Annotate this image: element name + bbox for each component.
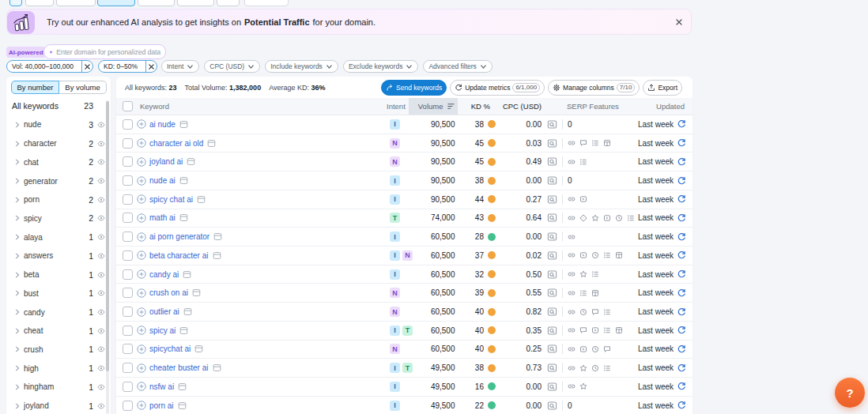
serp-snapshot-icon[interactable] (178, 382, 187, 391)
sidebar-group-item[interactable]: generator 2 (6, 171, 111, 190)
col-header-updated[interactable]: Updated (638, 102, 693, 111)
add-keyword-icon[interactable] (137, 344, 146, 354)
serp-snapshot-icon[interactable] (183, 307, 192, 316)
sidebar-group-item[interactable]: bust 1 (6, 284, 111, 303)
col-header-serp-features[interactable]: SERP Features (542, 102, 638, 111)
banner-close-icon[interactable] (675, 9, 683, 34)
eye-icon[interactable] (97, 214, 105, 222)
sidebar-group-item[interactable]: chat 2 (6, 152, 111, 171)
keyword-link[interactable]: joyland ai (149, 157, 183, 166)
manage-columns-button[interactable]: Manage columns 7/10 (548, 80, 640, 96)
row-refresh-icon[interactable] (677, 363, 686, 373)
row-refresh-icon[interactable] (677, 213, 686, 223)
serp-preview-icon[interactable] (547, 213, 557, 223)
row-refresh-icon[interactable] (677, 288, 686, 298)
serp-preview-icon[interactable] (547, 250, 557, 261)
row-refresh-icon[interactable] (677, 269, 686, 279)
serp-snapshot-icon[interactable] (179, 176, 188, 185)
keyword-link[interactable]: candy ai (149, 270, 179, 279)
add-keyword-icon[interactable] (137, 288, 146, 298)
serp-snapshot-icon[interactable] (213, 232, 222, 241)
keyword-link[interactable]: crush on ai (149, 288, 188, 297)
top-tab-stub-language[interactable] (244, 0, 289, 6)
row-checkbox[interactable] (123, 307, 133, 317)
add-keyword-icon[interactable] (137, 363, 146, 373)
row-checkbox[interactable] (123, 119, 133, 130)
serp-preview-icon[interactable] (547, 138, 557, 149)
row-refresh-icon[interactable] (677, 344, 686, 354)
add-keyword-icon[interactable] (137, 138, 146, 148)
serp-preview-icon[interactable] (547, 401, 557, 411)
filter-dropdown[interactable]: Intent (161, 60, 199, 73)
eye-icon[interactable] (97, 383, 105, 391)
row-checkbox[interactable] (123, 363, 133, 373)
serp-snapshot-icon[interactable] (213, 363, 221, 372)
row-checkbox[interactable] (123, 138, 133, 149)
keyword-link[interactable]: beta character ai (149, 251, 209, 260)
row-checkbox[interactable] (123, 156, 133, 167)
sidebar-scrollbar-thumb[interactable] (106, 101, 109, 371)
top-tab-stub-icon[interactable] (9, 0, 22, 6)
serp-preview-icon[interactable] (547, 156, 557, 167)
eye-icon[interactable] (97, 233, 105, 241)
sidebar-group-item[interactable]: alaya 1 (6, 228, 111, 247)
top-tab-stub-3[interactable] (138, 0, 175, 6)
eye-icon[interactable] (97, 402, 105, 410)
eye-icon[interactable] (97, 196, 105, 204)
row-checkbox[interactable] (123, 250, 133, 261)
keyword-link[interactable]: porn ai (149, 401, 174, 410)
add-keyword-icon[interactable] (137, 176, 146, 186)
row-refresh-icon[interactable] (677, 194, 686, 204)
filter-dropdown[interactable]: Include keywords (265, 60, 338, 73)
row-checkbox[interactable] (123, 344, 133, 354)
toggle-by-number[interactable]: By number (11, 81, 59, 94)
filter-chip-applied[interactable]: KD: 0–50% (98, 60, 157, 73)
add-keyword-icon[interactable] (137, 119, 146, 129)
sidebar-group-item[interactable]: answers 1 (6, 247, 111, 265)
eye-icon[interactable] (97, 158, 105, 166)
filter-dropdown[interactable]: Advanced filters (423, 60, 492, 73)
filter-chip-remove-icon[interactable] (81, 61, 92, 72)
keyword-link[interactable]: spicy chat ai (149, 195, 193, 204)
toggle-by-volume[interactable]: By volume (58, 81, 107, 94)
keyword-link[interactable]: ai nude (149, 120, 175, 129)
update-metrics-button[interactable]: Update metrics 6/1,000 (450, 80, 545, 96)
serp-snapshot-icon[interactable] (187, 157, 195, 166)
domain-input[interactable]: Enter domain for personalized data (43, 44, 166, 59)
row-refresh-icon[interactable] (677, 401, 686, 410)
add-keyword-icon[interactable] (137, 232, 146, 242)
add-keyword-icon[interactable] (137, 157, 146, 167)
sidebar-scrollbar[interactable] (106, 100, 109, 414)
col-header-cpc[interactable]: CPC (USD) (496, 102, 542, 111)
row-checkbox[interactable] (123, 326, 133, 336)
serp-preview-icon[interactable] (547, 344, 557, 354)
top-tab-stub-4[interactable] (177, 0, 214, 6)
col-header-intent[interactable]: Intent (350, 102, 409, 111)
sidebar-group-item[interactable]: high 1 (6, 359, 111, 378)
keyword-link[interactable]: nude ai (149, 176, 175, 185)
row-checkbox[interactable] (123, 288, 133, 298)
serp-preview-icon[interactable] (547, 326, 557, 336)
sidebar-group-item[interactable]: hingham 1 (6, 378, 111, 397)
row-refresh-icon[interactable] (677, 157, 686, 167)
eye-icon[interactable] (97, 140, 105, 148)
serp-snapshot-icon[interactable] (179, 120, 188, 129)
serp-snapshot-icon[interactable] (197, 195, 206, 204)
sidebar-group-item[interactable]: porn 2 (6, 190, 111, 209)
row-checkbox[interactable] (123, 175, 133, 186)
eye-icon[interactable] (97, 252, 105, 260)
add-keyword-icon[interactable] (137, 194, 146, 204)
top-tab-stub-5[interactable] (217, 0, 240, 6)
serp-preview-icon[interactable] (547, 175, 557, 186)
sidebar-group-item[interactable]: character 2 (6, 134, 111, 153)
eye-icon[interactable] (97, 364, 105, 372)
send-keywords-button[interactable]: Send keywords (381, 80, 447, 96)
keyword-link[interactable]: outlier ai (149, 307, 179, 316)
top-tab-stub-1[interactable] (25, 0, 54, 6)
row-refresh-icon[interactable] (677, 176, 686, 186)
sidebar-group-item[interactable]: beta 1 (6, 265, 111, 284)
keyword-link[interactable]: math ai (149, 213, 175, 222)
sidebar-group-item[interactable]: crush 1 (6, 341, 111, 359)
serp-preview-icon[interactable] (547, 307, 557, 317)
row-refresh-icon[interactable] (677, 119, 686, 129)
